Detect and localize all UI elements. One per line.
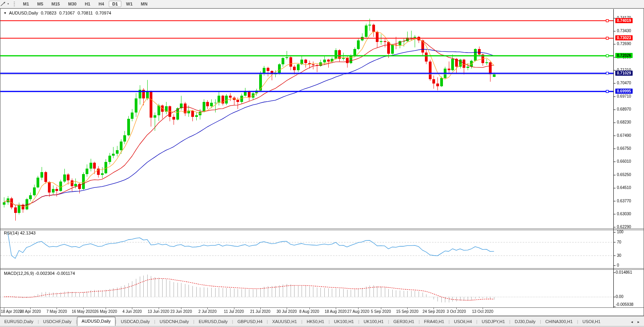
symbol-tab-china300-h1[interactable]: CHINA300,H1 (541, 318, 577, 326)
symbol-tab-usdcnh-daily[interactable]: USDCNH,Daily (155, 318, 193, 326)
symbol-tab-usdchf-daily[interactable]: USDCHF,Daily (39, 318, 76, 326)
timeframe-buttons: M1M5M15M30H1H4D1W1MN (18, 1, 151, 7)
symbol-tab-hk50-h1[interactable]: HK50,H1 (302, 318, 329, 326)
timeframe-button-m5[interactable]: M5 (34, 1, 47, 7)
timeframe-button-w1[interactable]: W1 (123, 1, 136, 7)
symbol-tab-uk100-h1[interactable]: UK100,H1 (359, 318, 388, 326)
symbol-tab-eurusd-daily[interactable]: EURUSD,Daily (0, 318, 38, 326)
tab-scroll-controls: ◄► (629, 320, 644, 326)
timeframe-button-h1[interactable]: H1 (81, 1, 94, 7)
toolbar-drag-handle[interactable] (14, 2, 15, 7)
symbol-tab-usoil-h4[interactable]: USOil,H4 (450, 318, 476, 326)
symbol-tab-audusd-daily[interactable]: AUDUSD,Daily (77, 317, 115, 326)
symbol-tab-usoil-h1[interactable]: USOil,H1 (578, 318, 605, 326)
chart-window (0, 8, 644, 316)
symbol-tab-xauusd-h1[interactable]: XAUUSD,H1 (268, 318, 301, 326)
line-studies-icon[interactable] (0, 1, 7, 7)
symbol-tab-fra40-h1[interactable]: FRA40,H1 (420, 318, 448, 326)
symbol-tabbar: EURUSD,Daily|USDCHF,Daily|AUDUSD,Daily|U… (0, 316, 644, 326)
symbol-tab-usdjpy-h1[interactable]: USDJPY,H1 (478, 318, 509, 326)
symbol-tab-dj30-daily[interactable]: DJ30,Daily (510, 318, 540, 326)
symbol-tab-gbpusd-h4[interactable]: GBPUSD,H4 (233, 318, 267, 326)
symbol-tab-ger30-h1[interactable]: GER30,H1 (389, 318, 419, 326)
timeframe-button-mn[interactable]: MN (137, 1, 151, 7)
symbol-tab-eurusd-daily[interactable]: EURUSD,Daily (194, 318, 232, 326)
timeframe-button-d1[interactable]: D1 (109, 1, 121, 7)
symbol-tab-usdcad-daily[interactable]: USDCAD,Daily (117, 318, 154, 326)
tab-scroll-right-icon[interactable]: ► (637, 320, 640, 324)
timeframe-toolbar: ▾ M1M5M15M30H1H4D1W1MN (0, 0, 644, 8)
chevron-down-icon[interactable]: ▾ (7, 2, 9, 5)
timeframe-button-m30[interactable]: M30 (64, 1, 80, 7)
tab-scroll-left-icon[interactable]: ◄ (630, 320, 633, 324)
symbol-tab-uk100-h1[interactable]: UK100,H1 (329, 318, 358, 326)
timeframe-button-m15[interactable]: M15 (48, 1, 63, 7)
timeframe-button-m1[interactable]: M1 (20, 1, 33, 7)
mt4-terminal: ▾ M1M5M15M30H1H4D1W1MN ▼ AUDUSD,Daily 0.… (0, 0, 644, 327)
timeframe-button-h4[interactable]: H4 (95, 1, 108, 7)
